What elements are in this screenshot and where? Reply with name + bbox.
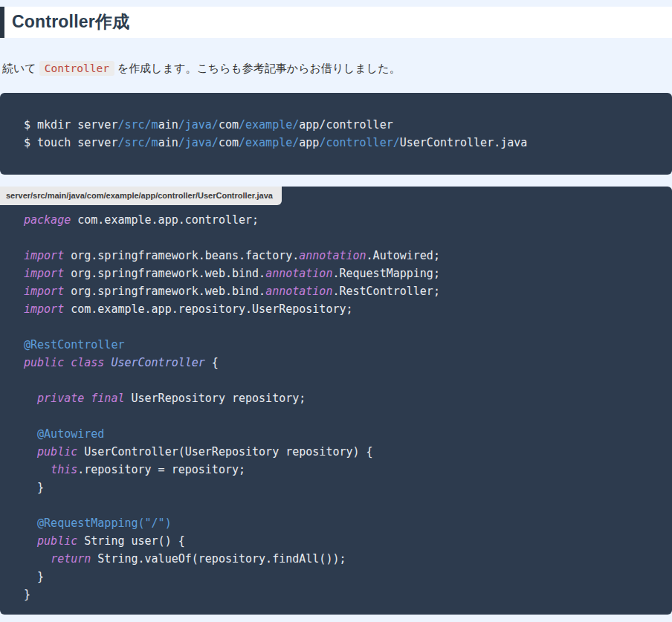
code-segment: .RestController;	[332, 285, 440, 298]
code-segment	[24, 516, 37, 530]
code-line: import com.example.app.repository.UserRe…	[24, 300, 648, 318]
code-segment: String.valueOf(repository.findAll());	[91, 552, 346, 566]
code-segment	[24, 392, 37, 405]
code-line	[24, 407, 648, 425]
code-segment: package	[24, 213, 71, 227]
code-segment: UserController(UserRepository repository…	[77, 445, 372, 459]
code-line	[24, 496, 648, 514]
code-segment: import	[24, 249, 64, 262]
code-segment: com.example.app.controller;	[71, 213, 259, 227]
code-segment	[24, 552, 51, 566]
code-segment: private final	[37, 392, 124, 405]
code-segment: app	[299, 136, 319, 149]
code-line: import org.springframework.web.bind.anno…	[24, 282, 648, 300]
code-line: }	[24, 586, 648, 603]
code-segment: app/controller	[299, 118, 392, 132]
code-line: package com.example.app.controller;	[24, 211, 648, 229]
code-segment: com.example.app.repository.UserRepositor…	[64, 302, 352, 316]
code-segment: $ mkdir server	[24, 118, 117, 132]
code-segment: import	[24, 267, 64, 280]
code-segment: }	[24, 481, 44, 494]
code-segment: {	[205, 356, 219, 369]
code-line	[24, 372, 648, 389]
code-segment: @RestController	[24, 338, 124, 352]
code-segment: ain	[158, 118, 178, 132]
code-line	[24, 229, 648, 247]
code-segment: annotation	[299, 249, 366, 262]
code-segment: /java/	[178, 118, 219, 132]
code-segment: org.springframework.web.bind.	[64, 267, 265, 280]
shell-command-block: $ mkdir server/src/main/java/com/example…	[0, 93, 672, 175]
code-line: $ mkdir server/src/main/java/com/example…	[24, 116, 648, 134]
code-segment: public class	[24, 356, 104, 369]
code-segment: UserController.java	[400, 136, 528, 149]
code-segment: String user() {	[77, 534, 185, 548]
code-segment: org.springframework.web.bind.	[64, 285, 265, 298]
code-segment: annotation	[265, 267, 332, 280]
code-line: import org.springframework.web.bind.anno…	[24, 265, 648, 282]
code-line: public class UserController {	[24, 354, 648, 372]
code-segment: .Autowired;	[366, 249, 440, 262]
code-line: @Autowired	[24, 425, 648, 443]
code-segment: UserController	[111, 356, 204, 369]
code-line: @RequestMapping("/")	[24, 514, 648, 532]
code-line: $ touch server/src/main/java/com/example…	[24, 134, 648, 152]
section-heading-text: Controller作成	[12, 12, 129, 31]
code-segment: /example/	[239, 136, 299, 149]
code-segment	[24, 445, 37, 459]
code-segment: /controller/	[319, 136, 399, 149]
code-segment: import	[24, 302, 64, 316]
code-segment: com	[219, 118, 239, 132]
code-line: @RestController	[24, 336, 648, 354]
code-segment: com	[219, 136, 239, 149]
code-segment: /src/m	[117, 118, 158, 132]
code-segment: .repository = repository;	[77, 463, 245, 476]
code-segment: this	[51, 463, 77, 476]
code-segment: import	[24, 285, 64, 298]
inline-code: Controller	[39, 61, 114, 76]
code-segment: @RequestMapping("/")	[37, 516, 172, 530]
java-code-section: server/src/main/java/com/example/app/con…	[0, 187, 672, 615]
code-line: this.repository = repository;	[24, 461, 648, 479]
code-line: }	[24, 568, 648, 586]
code-segment	[24, 427, 37, 441]
code-segment: public	[37, 534, 77, 548]
code-segment: }	[24, 588, 30, 601]
code-segment: /example/	[239, 118, 299, 132]
code-segment: /java/	[178, 136, 219, 149]
code-line: private final UserRepository repository;	[24, 389, 648, 407]
paragraph-text-before: 続いて	[2, 62, 36, 74]
code-segment: org.springframework.beans.factory.	[64, 249, 299, 262]
code-segment: $ touch server	[24, 136, 117, 149]
code-segment: @Autowired	[37, 427, 104, 441]
code-line: import org.springframework.beans.factory…	[24, 247, 648, 265]
code-segment: public	[37, 445, 77, 459]
code-segment: return	[51, 552, 91, 566]
intro-paragraph: 続いてControllerを作成します。こちらも参考記事からお借りしました。	[2, 60, 672, 77]
code-segment: UserRepository repository;	[124, 392, 306, 405]
code-line: public String user() {	[24, 532, 648, 550]
code-line: public UserController(UserRepository rep…	[24, 443, 648, 461]
code-filename-tab: server/src/main/java/com/example/app/con…	[0, 187, 282, 205]
code-segment	[24, 463, 51, 476]
code-segment: /src/m	[117, 136, 158, 149]
code-line	[24, 318, 648, 336]
code-segment: .RequestMapping;	[332, 267, 440, 280]
section-heading: Controller作成	[0, 7, 672, 38]
code-segment	[24, 534, 37, 548]
paragraph-text-after: を作成します。こちらも参考記事からお借りしました。	[117, 62, 401, 74]
code-line: return String.valueOf(repository.findAll…	[24, 550, 648, 568]
java-code-block: package com.example.app.controller; impo…	[0, 187, 672, 615]
code-segment: annotation	[265, 285, 332, 298]
code-segment: }	[24, 570, 44, 583]
code-segment: ain	[158, 136, 178, 149]
code-line: }	[24, 479, 648, 496]
